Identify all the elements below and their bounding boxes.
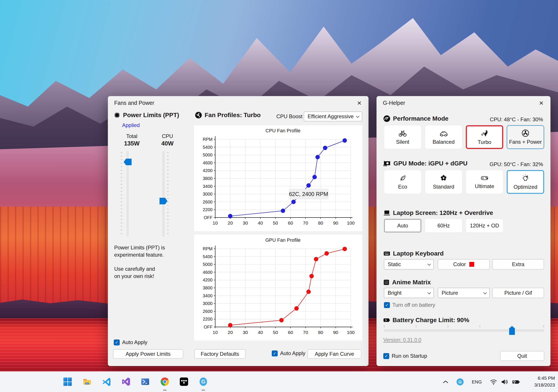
mode-fans-power-button[interactable]: Fans + Power: [507, 125, 544, 149]
screen-120hz-od-button[interactable]: 120Hz + OD: [466, 219, 503, 233]
factory-defaults-button[interactable]: Factory Defaults: [194, 349, 245, 359]
laptop-screen-heading: Laptop Screen: 120Hz + Overdrive: [383, 209, 493, 217]
apply-fan-curve-button[interactable]: Apply Fan Curve: [308, 349, 361, 359]
gpu-optimized-button[interactable]: Optimized: [507, 170, 544, 194]
svg-text:30: 30: [243, 220, 248, 225]
cpu-value: 40W: [157, 140, 178, 147]
keyboard-extra-button[interactable]: Extra: [492, 259, 544, 269]
close-icon[interactable]: ×: [353, 98, 365, 108]
applied-status-link[interactable]: Applied: [122, 122, 140, 128]
power-limits-heading: Power Limits (PPT): [114, 112, 179, 119]
gpu-standard-button[interactable]: Standard: [425, 170, 462, 194]
apply-power-limits-button[interactable]: Apply Power Limits: [113, 349, 183, 359]
cpu-boost-dropdown[interactable]: Efficient Aggressive: [304, 112, 362, 121]
start-button[interactable]: [61, 375, 74, 388]
svg-text:GPU Fan Profile: GPU Fan Profile: [265, 237, 301, 243]
matrix-running-dropdown[interactable]: Picture: [438, 288, 489, 298]
run-on-startup-checkbox[interactable]: ✓: [383, 353, 389, 359]
turn-off-on-battery-checkbox[interactable]: ✓: [384, 302, 390, 308]
close-icon[interactable]: ×: [535, 98, 547, 108]
ghelper-icon: G: [456, 378, 464, 386]
screen-auto-button[interactable]: Auto: [384, 219, 421, 233]
mode-silent-button[interactable]: Silent: [384, 125, 421, 149]
svg-text:RPM: RPM: [203, 137, 213, 142]
visual-studio-button[interactable]: [120, 375, 132, 388]
cpu-temp-fan-status: CPU: 48°C - Fan: 30%: [490, 117, 543, 123]
svg-text:62C, 2400 RPM: 62C, 2400 RPM: [289, 191, 328, 197]
fan-profiles-heading: Fan Profiles: Turbo: [195, 112, 261, 119]
chrome-button[interactable]: [158, 375, 171, 388]
turn-off-on-battery-label: Turn off on battery: [392, 302, 435, 308]
mode-balanced-button[interactable]: Balanced: [425, 125, 462, 149]
battery-bolt-icon: [383, 318, 390, 323]
svg-text:G: G: [459, 380, 462, 384]
keyboard-color-button[interactable]: Color: [438, 259, 489, 269]
svg-text:20: 20: [228, 330, 233, 335]
gpu-temp-fan-status: GPU: 50°C - Fan: 32%: [489, 161, 543, 167]
battery-slider-ticks: [384, 325, 544, 327]
svg-text:OFF: OFF: [204, 325, 213, 329]
tidal-button[interactable]: [178, 375, 190, 388]
powershell-button[interactable]: [139, 375, 152, 388]
gpu-card-icon: [383, 160, 391, 167]
svg-text:5000: 5000: [203, 152, 213, 157]
auto-apply-power-checkbox[interactable]: ✓: [114, 340, 120, 345]
battery-slider-handle[interactable]: [509, 326, 515, 335]
svg-text:CPU Fan Profile: CPU Fan Profile: [266, 128, 301, 133]
chevron-down-icon: [427, 291, 431, 294]
tidal-icon: [179, 377, 189, 386]
clock-time: 6:45 PM: [534, 375, 555, 382]
tray-chevron-up[interactable]: [441, 378, 450, 386]
svg-text:4200: 4200: [203, 277, 213, 282]
svg-text:3400: 3400: [203, 293, 213, 298]
cpu-slider-handle[interactable]: [159, 198, 167, 204]
version-link[interactable]: Version: 0.31.0.0: [383, 337, 421, 343]
taskbar-clock[interactable]: 6:45 PM 3/18/2023: [534, 375, 555, 388]
svg-text:20: 20: [228, 220, 233, 225]
cpu-boost-label: CPU Boost: [276, 113, 303, 119]
svg-text:70: 70: [303, 330, 308, 335]
auto-apply-power-row: ✓ Auto Apply: [114, 339, 148, 345]
ghelper-taskbar-button[interactable]: G: [197, 375, 210, 388]
fan-icon: [195, 112, 202, 119]
ppt-warning-text: Power Limits (PPT) is experimental featu…: [114, 244, 165, 280]
window-title: G-Helper: [383, 100, 405, 106]
auto-apply-power-label: Auto Apply: [122, 339, 148, 345]
svg-text:2600: 2600: [203, 309, 213, 314]
vscode-button[interactable]: [100, 375, 113, 388]
cpu-slider-track[interactable]: [163, 151, 164, 236]
matrix-brightness-dropdown[interactable]: Bright: [384, 288, 434, 298]
cpu-fan-chart[interactable]: CPU Fan ProfileOFF2200260030003400380042…: [194, 125, 362, 231]
tray-ghelper-icon[interactable]: G: [456, 378, 464, 386]
gpu-ultimate-button[interactable]: Ultimate: [466, 170, 503, 194]
matrix-picture-gif-button[interactable]: Picture / Gif: [492, 288, 544, 298]
file-explorer-button[interactable]: [81, 375, 94, 388]
fans-and-power-window: Fans and Power × Power Limits (PPT) Appl…: [108, 96, 368, 366]
svg-text:40: 40: [258, 330, 263, 335]
quit-button[interactable]: Quit: [500, 351, 544, 361]
matrix-icon: [383, 279, 389, 285]
auto-apply-fan-checkbox[interactable]: ✓: [272, 350, 278, 356]
language-indicator[interactable]: ENG: [470, 378, 484, 386]
performance-mode-heading: Performance Mode: [383, 115, 448, 122]
svg-text:5400: 5400: [203, 145, 213, 150]
wifi-icon: [490, 379, 497, 385]
battery-tray-icon[interactable]: [511, 378, 521, 386]
battery-slider-track[interactable]: [384, 330, 544, 331]
chevron-down-icon: [483, 291, 487, 294]
svg-text:3000: 3000: [203, 301, 213, 306]
gpu-eco-button[interactable]: Eco: [384, 170, 421, 194]
chevron-up-icon: [443, 380, 448, 384]
svg-text:3800: 3800: [203, 176, 213, 181]
visual-studio-icon: [122, 377, 131, 386]
keyboard-mode-dropdown[interactable]: Static: [384, 259, 434, 269]
total-slider-handle[interactable]: [124, 159, 131, 165]
chrome-running-indicator: [163, 390, 166, 391]
wifi-tray-icon[interactable]: [489, 378, 498, 386]
volume-tray-icon[interactable]: [500, 378, 509, 386]
mode-turbo-button[interactable]: Turbo: [466, 125, 503, 149]
screen-60hz-button[interactable]: 60Hz: [425, 219, 462, 233]
gpu-fan-chart[interactable]: GPU Fan ProfileOFF2200260030003400380042…: [194, 235, 362, 341]
ghelper-running-indicator: [201, 390, 205, 391]
svg-text:90: 90: [333, 330, 338, 335]
